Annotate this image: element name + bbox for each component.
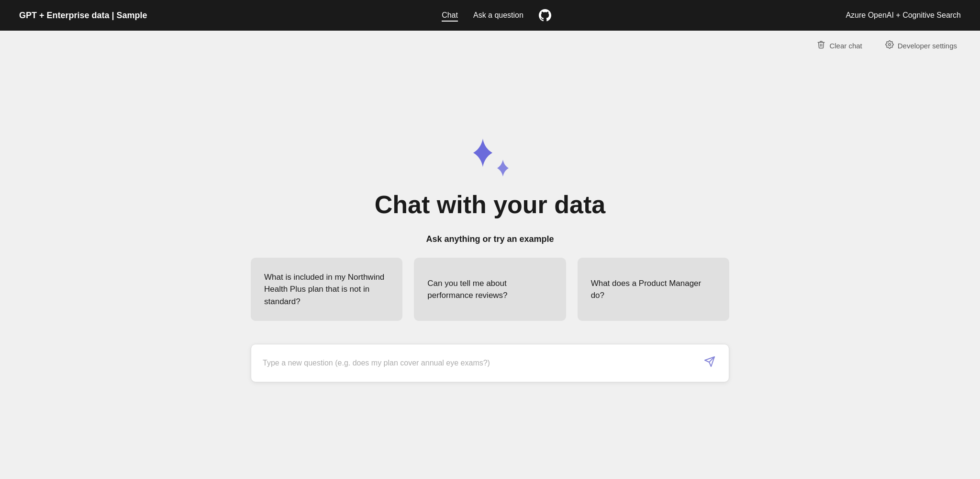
svg-point-0 — [889, 44, 891, 46]
hero-title: Chat with your data — [375, 190, 605, 219]
hero-subtitle: Ask anything or try an example — [426, 234, 554, 244]
gear-icon — [885, 40, 894, 51]
header-nav: Chat Ask a question — [442, 9, 551, 22]
example-card-1[interactable]: What is included in my Northwind Health … — [251, 258, 402, 321]
chat-input[interactable] — [263, 359, 702, 367]
app-title: GPT + Enterprise data | Sample — [19, 11, 147, 21]
example-cards: What is included in my Northwind Health … — [251, 258, 729, 321]
trash-icon — [817, 40, 825, 51]
example-card-2[interactable]: Can you tell me about performance review… — [414, 258, 566, 321]
github-icon[interactable] — [539, 9, 551, 22]
header: GPT + Enterprise data | Sample Chat Ask … — [0, 0, 980, 31]
send-icon — [704, 356, 715, 370]
developer-settings-button[interactable]: Developer settings — [881, 38, 961, 53]
clear-chat-label: Clear chat — [829, 42, 862, 50]
sparkle-icon — [468, 138, 512, 177]
chat-input-container — [251, 344, 729, 382]
nav-chat[interactable]: Chat — [442, 9, 458, 22]
example-card-3[interactable]: What does a Product Manager do? — [578, 258, 729, 321]
send-button[interactable] — [702, 354, 717, 372]
nav-ask-question[interactable]: Ask a question — [473, 9, 523, 22]
main-content: Chat with your data Ask anything or try … — [0, 61, 980, 479]
toolbar: Clear chat Developer settings — [0, 31, 980, 61]
azure-label: Azure OpenAI + Cognitive Search — [846, 11, 961, 20]
developer-settings-label: Developer settings — [898, 42, 957, 50]
clear-chat-button[interactable]: Clear chat — [813, 38, 866, 53]
